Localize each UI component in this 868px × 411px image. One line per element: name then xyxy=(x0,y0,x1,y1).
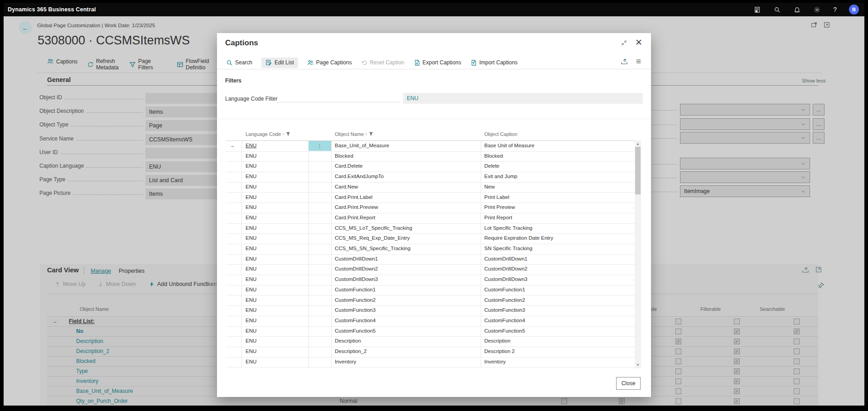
close-icon[interactable]: ✕ xyxy=(633,37,644,48)
table-row[interactable]: ENUCustomFunction4CustomFunction4 xyxy=(226,316,635,327)
tab-properties[interactable]: Properties xyxy=(119,268,145,274)
page-toolbar-page-filters[interactable]: Page Filters xyxy=(129,58,153,71)
cell-object-name[interactable]: Blocked xyxy=(335,153,353,159)
cell-object-name[interactable]: Card.Print.Label xyxy=(335,194,372,200)
cell-object-caption[interactable]: CustomFunction2 xyxy=(484,297,525,303)
search-icon[interactable] xyxy=(773,6,781,14)
checkbox[interactable]: ✓ xyxy=(734,378,740,384)
page-toolbar-refresh-metadata[interactable]: Refresh Metadata xyxy=(87,58,119,71)
cell-options[interactable]: ⋮ xyxy=(309,141,331,151)
cell-language-code[interactable]: ENU xyxy=(246,276,256,282)
cell-object-caption[interactable]: Delete xyxy=(484,163,499,169)
field-link-field-list-[interactable]: Field List: xyxy=(69,318,95,324)
checkbox[interactable] xyxy=(794,368,800,374)
cell-language-code[interactable]: ENU xyxy=(246,143,256,148)
checkbox[interactable]: ✓ xyxy=(734,358,740,364)
checkbox[interactable] xyxy=(794,338,800,344)
dialog-action-import-captions[interactable]: Import Captions xyxy=(470,59,518,66)
cell-object-caption[interactable]: Require Expiration Date Entry xyxy=(484,235,553,241)
cell-language-code[interactable]: ENU xyxy=(246,204,256,210)
cell-language-code[interactable]: ENU xyxy=(246,194,256,200)
column-header-searchable[interactable]: Searchable xyxy=(760,306,785,312)
cell-language-code[interactable]: ENU xyxy=(246,215,256,220)
tab-manage[interactable]: Manage xyxy=(91,268,111,274)
dropdown-field[interactable] xyxy=(680,104,810,116)
cell-language-code[interactable]: ENU xyxy=(246,348,256,354)
report-icon[interactable] xyxy=(753,6,761,14)
table-row[interactable]: ENUCCS_MS_LoT_Specific_TrackingLot Speci… xyxy=(226,223,635,234)
cell-object-caption[interactable]: CustomFunction3 xyxy=(484,307,525,313)
cell-object-name[interactable]: Description xyxy=(335,338,361,343)
cell-object-caption[interactable]: Blocked xyxy=(484,153,503,159)
scrollbar-thumb[interactable] xyxy=(635,147,641,194)
checkbox[interactable]: ✓ xyxy=(619,398,625,404)
cell-object-caption[interactable]: CustomFunction4 xyxy=(484,318,525,323)
cell-language-code[interactable]: ENU xyxy=(246,225,256,231)
back-button[interactable]: ← xyxy=(19,21,32,34)
table-row[interactable]: ENUCustomFunction5CustomFunction5 xyxy=(226,326,635,337)
cell-object-caption[interactable]: CustomDrillDown2 xyxy=(484,266,527,271)
dropdown-field[interactable] xyxy=(680,132,810,144)
page-toolbar-captions[interactable]: Captions xyxy=(47,58,77,65)
scroll-down-icon[interactable]: ▼ xyxy=(635,363,641,367)
cell-object-name[interactable]: CCS_MS_Req_Exp_Date_Entry xyxy=(335,235,410,241)
table-row[interactable]: ENUDescription_2Description 2 xyxy=(226,347,635,358)
cell-object-caption[interactable]: CustomFunction5 xyxy=(484,328,525,334)
cell-language-code[interactable]: ENU xyxy=(246,338,256,343)
checkbox[interactable] xyxy=(675,358,681,364)
breadcrumb[interactable]: Global Page Customization | Work Date: 1… xyxy=(37,23,155,28)
cell-language-code[interactable]: ENU xyxy=(246,235,256,241)
avatar[interactable]: B xyxy=(849,5,859,15)
cell-object-name[interactable]: Card.Print.Preview xyxy=(335,204,378,210)
menu-icon[interactable] xyxy=(635,58,642,65)
checkbox[interactable] xyxy=(675,368,681,374)
popout-icon[interactable] xyxy=(811,22,817,28)
cell-object-caption[interactable]: Lot Specific Tracking xyxy=(484,225,532,231)
cell-object-caption[interactable]: Print Label xyxy=(484,194,509,200)
chevron-down-icon[interactable] xyxy=(800,189,806,194)
checkbox[interactable] xyxy=(675,329,681,334)
table-row[interactable]: ENUCCS_MS_SN_Specific_TrackingSN Specifi… xyxy=(226,244,635,255)
cell-object-name[interactable]: CCS_MS_SN_Specific_Tracking xyxy=(335,246,410,251)
cell-object-caption[interactable]: CustomDrillDown1 xyxy=(484,256,527,261)
field-link-base-unit-of-measure[interactable]: Base_Unit_of_Measure xyxy=(76,388,133,394)
cell-object-caption[interactable]: CustomDrillDown3 xyxy=(484,276,527,282)
checkbox[interactable]: ✓ xyxy=(734,388,740,394)
cell-object-name[interactable]: CustomDrillDown1 xyxy=(335,256,378,261)
cell-object-caption[interactable]: Description xyxy=(484,338,511,343)
table-row[interactable]: ENUBlockedBlocked xyxy=(226,151,635,162)
cell-object-caption[interactable]: Base Unit of Measure xyxy=(484,143,535,148)
scroll-up-icon[interactable]: ▲ xyxy=(635,142,641,146)
assist-edit-button[interactable]: ... xyxy=(813,118,825,130)
checkbox[interactable] xyxy=(794,398,800,404)
checkbox[interactable]: ✓ xyxy=(734,398,740,404)
gear-icon[interactable] xyxy=(813,6,821,14)
cell-object-name[interactable]: Card.Delete xyxy=(335,163,362,169)
cell-object-caption[interactable]: Inventory xyxy=(484,359,506,364)
dialog-action-export-captions[interactable]: Export Captions xyxy=(414,59,461,66)
cell-language-code[interactable]: ENU xyxy=(246,307,256,313)
field-link-blocked[interactable]: Blocked xyxy=(76,358,96,364)
cell-object-caption[interactable]: Description 2 xyxy=(484,348,515,354)
cell-object-name[interactable]: Card.New xyxy=(335,184,358,189)
table-row[interactable]: ENUCustomDrillDown1CustomDrillDown1 xyxy=(226,254,635,265)
column-header-language-code[interactable]: Language Code↑ xyxy=(246,131,290,137)
cell-object-caption[interactable]: CustomFunction1 xyxy=(484,287,525,292)
checkbox[interactable]: ✓ xyxy=(675,338,681,344)
table-row[interactable]: ENUItem_Tracking_CodeItem Tracking Code xyxy=(226,367,635,369)
checkbox[interactable] xyxy=(675,348,681,354)
cell-language-code[interactable]: ENU xyxy=(246,359,256,364)
share-icon[interactable] xyxy=(802,266,809,274)
checkbox[interactable] xyxy=(794,358,800,364)
dialog-action-edit-list[interactable]: Edit List xyxy=(261,58,298,68)
checkbox[interactable] xyxy=(675,398,681,404)
cell-object-name[interactable]: CustomFunction5 xyxy=(335,328,376,334)
page-toolbar-flowfield-definitio[interactable]: FlowField Definitio xyxy=(177,58,209,71)
cell-object-caption[interactable]: SN Specific Tracking xyxy=(484,246,532,251)
checkbox[interactable]: ✓ xyxy=(734,329,740,334)
table-row[interactable]: ENUDescriptionDescription xyxy=(226,336,635,347)
table-row[interactable]: ENUCard.DeleteDelete xyxy=(226,161,635,172)
table-row[interactable]: ENUCard.NewNew xyxy=(226,182,635,193)
checkbox[interactable] xyxy=(794,378,800,384)
cell-object-name[interactable]: Inventory xyxy=(335,359,356,364)
